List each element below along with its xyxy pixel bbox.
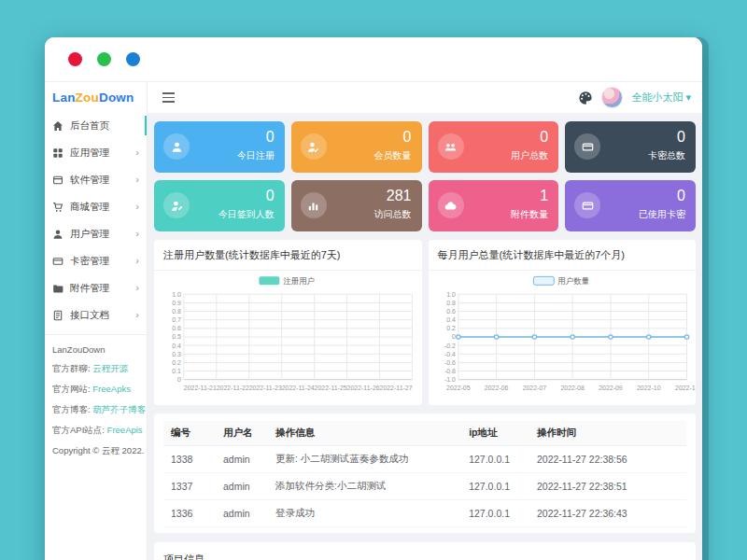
chevron-right-icon: › [135,202,139,212]
theme-palette-icon[interactable] [578,91,593,105]
svg-text:0.4: 0.4 [446,316,456,323]
info-link[interactable]: 云程开源 [92,363,128,373]
svg-text:-0.6: -0.6 [444,359,455,366]
app-logo[interactable]: LanZouDown [45,82,147,112]
table-header-cell: 编号 [163,421,216,446]
svg-text:2022-11-26: 2022-11-26 [347,385,380,391]
hamburger-menu-icon[interactable] [159,89,178,106]
svg-text:0.1: 0.1 [172,368,181,374]
table-cell: 登录成功 [268,500,461,527]
sidebar-info-row: 官方群聊: 云程开源 [52,363,139,375]
stat-card: 0已使用卡密 [565,180,696,231]
table-header-row: 编号用户名操作信息ip地址操作时间 [163,421,686,446]
project-info-card: 项目信息 [154,542,696,560]
chart-card-monthly-users: 每月用户总量(统计数据库中最近的7个月) 用户数量-1.0-0.8-0.6-0.… [429,240,697,405]
info-link[interactable]: 葫芦芥子博客 [92,404,146,414]
table-cell: 127.0.0.1 [461,446,529,473]
svg-text:2022-11-27: 2022-11-27 [380,385,413,391]
info-label: 官方博客: [52,404,92,414]
chevron-right-icon: › [135,310,139,320]
table-cell: admin [216,500,268,527]
svg-text:-0.2: -0.2 [444,343,455,349]
sidebar-item-label: 商城管理 [70,201,109,214]
charts-row: 注册用户数量(统计数据库中最近的7天) 注册用户00.10.20.30.40.5… [154,240,696,405]
sidebar-item-home[interactable]: 后台首页 [45,112,147,139]
member-icon [301,133,327,160]
table-header-cell: 操作时间 [529,421,686,446]
sidebar-item-doc[interactable]: 接口文档› [45,301,147,329]
sidebar-item-shop[interactable]: 商城管理› [45,193,147,220]
table-cell: 127.0.0.1 [461,473,529,500]
project-info-title: 项目信息 [163,553,686,560]
table-cell: 127.0.0.1 [461,500,529,527]
attachment-icon [52,283,63,294]
sidebar-item-software[interactable]: 软件管理› [45,166,147,193]
chevron-right-icon: › [135,175,139,185]
info-label: 官方API站点: [52,425,107,435]
sidebar-item-label: 接口文档 [70,309,109,322]
logo-text: Lan [52,91,76,105]
sidebar-item-label: 后台首页 [70,119,109,133]
table-cell: 1337 [163,473,216,500]
traffic-light-red[interactable] [68,52,82,66]
svg-text:1.0: 1.0 [446,291,456,298]
traffic-light-green[interactable] [97,52,111,66]
svg-text:2022-10: 2022-10 [636,385,660,391]
chevron-right-icon: › [135,147,139,158]
chart-icon [301,192,327,218]
app-body: LanZouDown 后台首页应用管理›软件管理›商城管理›用户管理›卡密管理›… [45,82,702,560]
operation-log-table: 编号用户名操作信息ip地址操作时间 1338admin更新: 小二胡测试蓝奏参数… [163,421,686,527]
svg-text:2022-11-23: 2022-11-23 [249,385,282,391]
info-link[interactable]: FreeApks [92,384,131,394]
home-icon [52,120,63,132]
monthly-users-line-chart: 用户数量-1.0-0.8-0.6-0.4-0.200.20.40.60.81.0… [429,271,697,400]
window-titlebar [45,37,702,82]
user-icon [52,229,63,240]
copyright: Copyright © 云程 2022. [52,445,139,457]
table-cell: 添加软件分类:小二胡测试 [268,473,461,500]
svg-text:2022-11-25: 2022-11-25 [315,385,347,391]
traffic-light-blue[interactable] [126,52,140,66]
doc-icon [52,310,63,321]
stat-card: 0用户总数 [429,121,559,173]
svg-text:-0.8: -0.8 [444,368,455,374]
main-area: 全能小太阳 ▾ 0今日注册0会员数量0用户总数0卡密总数0今日签到人数281访问… [148,82,702,560]
sidebar: LanZouDown 后台首页应用管理›软件管理›商城管理›用户管理›卡密管理›… [45,82,148,560]
username-label: 全能小太阳 [631,91,683,103]
info-label: 官方群聊: [52,363,92,373]
table-row[interactable]: 1338admin更新: 小二胡测试蓝奏参数成功127.0.0.12022-11… [163,446,686,473]
sidebar-item-user[interactable]: 用户管理› [45,220,147,247]
signin-icon [163,192,190,218]
sidebar-info-row: 官方API站点: FreeApis [52,425,139,437]
svg-text:0.2: 0.2 [172,359,181,366]
avatar[interactable] [601,87,623,108]
chart-title: 注册用户数量(统计数据库中最近的7天) [154,240,422,271]
info-link[interactable]: FreeApis [107,425,143,435]
table-cell: 2022-11-27 22:38:51 [529,473,686,500]
table-row[interactable]: 1337admin添加软件分类:小二胡测试127.0.0.12022-11-27… [163,473,686,500]
sidebar-item-attachment[interactable]: 附件管理› [45,274,147,301]
svg-text:2022-09: 2022-09 [599,385,623,391]
stat-card: 1附件数量 [429,180,559,231]
stat-card: 0今日签到人数 [154,180,285,231]
svg-text:用户数量: 用户数量 [557,276,589,286]
svg-text:0.3: 0.3 [172,351,181,357]
svg-text:2022-05: 2022-05 [446,385,471,391]
table-row[interactable]: 1336admin登录成功127.0.0.12022-11-27 22:36:4… [163,500,686,527]
chevron-down-icon: ▾ [685,91,691,103]
table-cell: 1336 [163,500,216,527]
cloud-icon [438,192,464,218]
stat-card: 0卡密总数 [565,121,696,173]
sidebar-item-label: 用户管理 [70,228,109,241]
sidebar-item-label: 应用管理 [70,147,109,160]
user-menu[interactable]: 全能小太阳 ▾ [631,91,691,105]
svg-text:1.0: 1.0 [172,291,181,298]
svg-text:0: 0 [177,376,181,383]
table-cell: 2022-11-27 22:38:56 [529,446,686,473]
sidebar-item-app[interactable]: 应用管理› [45,139,147,166]
stat-card: 0今日注册 [154,121,285,173]
sidebar-info-links: 官方群聊: 云程开源官方网站: FreeApks官方博客: 葫芦芥子博客官方AP… [52,363,139,437]
operation-log-table-card: 编号用户名操作信息ip地址操作时间 1338admin更新: 小二胡测试蓝奏参数… [154,413,696,533]
sidebar-item-card[interactable]: 卡密管理› [45,247,147,274]
logo-text: Zou [76,91,99,105]
